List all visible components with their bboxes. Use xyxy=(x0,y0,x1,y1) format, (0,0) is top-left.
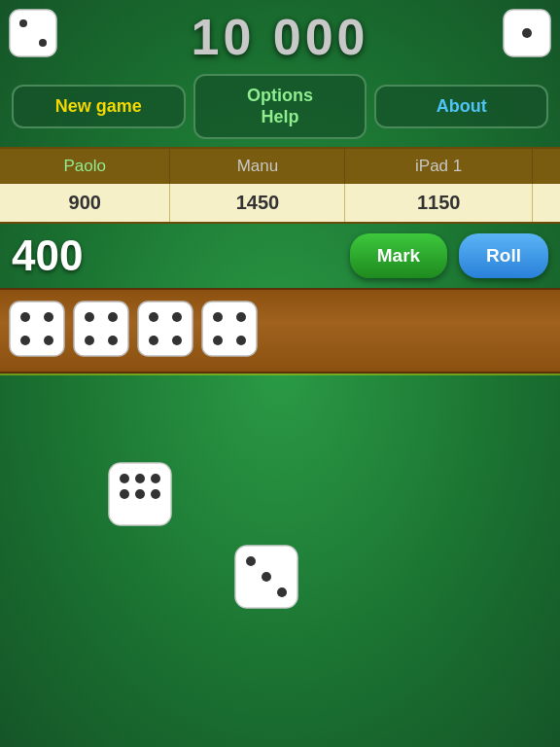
svg-point-16 xyxy=(149,312,158,322)
score-table-wrapper: Paolo Manu iPad 1 900 1450 1150 xyxy=(0,147,560,224)
svg-point-4 xyxy=(522,28,532,38)
playing-field xyxy=(0,374,560,665)
svg-rect-15 xyxy=(138,302,192,356)
new-game-button[interactable]: New game xyxy=(12,85,186,128)
corner-die-left xyxy=(8,8,58,58)
roll-button[interactable]: Roll xyxy=(459,233,548,278)
svg-point-13 xyxy=(85,336,94,345)
player-header-empty xyxy=(532,149,560,184)
field-die-2[interactable] xyxy=(233,544,299,614)
svg-point-11 xyxy=(85,312,94,322)
svg-point-6 xyxy=(20,312,30,322)
score-manu: 1450 xyxy=(170,184,345,222)
svg-point-24 xyxy=(236,336,246,345)
svg-point-12 xyxy=(108,312,118,322)
svg-point-33 xyxy=(246,556,256,566)
svg-point-29 xyxy=(120,489,129,499)
svg-point-8 xyxy=(20,336,30,345)
top-bar: 10 000 xyxy=(0,0,560,66)
shelf-die-3[interactable] xyxy=(136,300,194,362)
svg-point-23 xyxy=(213,336,223,345)
svg-point-7 xyxy=(44,312,53,322)
shelf-die-2[interactable] xyxy=(72,300,130,362)
svg-point-14 xyxy=(108,336,118,345)
buttons-row: New game Options Help About xyxy=(0,66,560,147)
field-separator-line xyxy=(0,374,560,375)
svg-point-34 xyxy=(262,572,271,582)
svg-rect-0 xyxy=(10,10,56,56)
options-help-button[interactable]: Options Help xyxy=(193,74,368,139)
current-score: 400 xyxy=(12,231,338,280)
shelf-die-4[interactable] xyxy=(200,300,259,362)
svg-point-9 xyxy=(44,336,53,345)
score-table: Paolo Manu iPad 1 900 1450 1150 xyxy=(0,149,560,222)
player-header-paolo: Paolo xyxy=(0,149,170,184)
svg-point-26 xyxy=(120,474,129,483)
help-label: Help xyxy=(195,107,366,128)
svg-point-19 xyxy=(172,336,182,345)
svg-rect-10 xyxy=(74,302,128,356)
svg-point-30 xyxy=(135,489,145,499)
player-header-ipad: iPad 1 xyxy=(345,149,532,184)
svg-point-2 xyxy=(39,39,47,47)
game-title: 10 000 xyxy=(0,8,560,66)
game-controls: 400 Mark Roll xyxy=(0,224,560,288)
svg-point-28 xyxy=(151,474,160,483)
shelf-die-1[interactable] xyxy=(8,300,66,362)
svg-point-31 xyxy=(151,489,160,499)
score-ipad: 1150 xyxy=(345,184,532,222)
svg-point-22 xyxy=(236,312,246,322)
field-die-1[interactable] xyxy=(107,461,173,531)
svg-point-1 xyxy=(19,19,27,27)
about-button[interactable]: About xyxy=(374,85,548,128)
player-header-manu: Manu xyxy=(170,149,345,184)
mark-button[interactable]: Mark xyxy=(350,233,447,278)
svg-point-27 xyxy=(135,474,145,483)
svg-point-21 xyxy=(213,312,223,322)
dice-shelf xyxy=(0,288,560,374)
svg-rect-20 xyxy=(202,302,257,356)
score-paolo: 900 xyxy=(0,184,170,222)
svg-point-18 xyxy=(149,336,158,345)
svg-rect-5 xyxy=(10,302,64,356)
corner-die-right xyxy=(502,8,552,58)
svg-point-17 xyxy=(172,312,182,322)
svg-point-35 xyxy=(277,587,287,597)
score-empty xyxy=(532,184,560,222)
options-label: Options xyxy=(195,86,366,107)
